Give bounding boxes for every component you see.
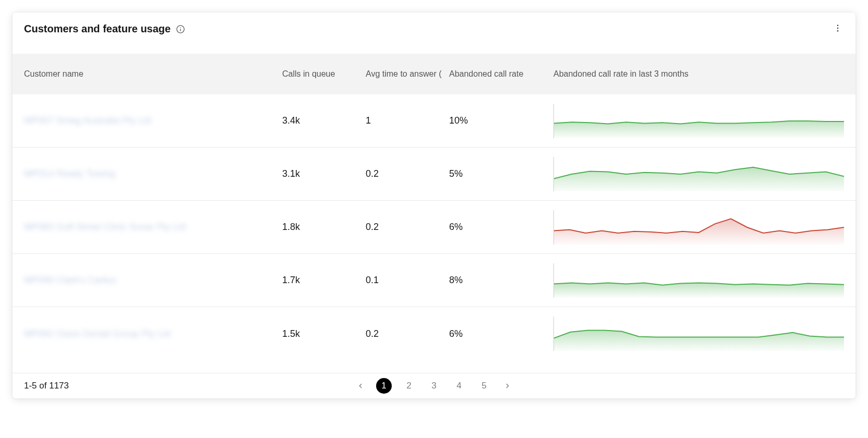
sparkline-cell: [553, 104, 844, 138]
sparkline-chart: [553, 317, 844, 351]
abandoned-rate-value: 8%: [449, 275, 553, 286]
sparkline-chart: [553, 104, 844, 138]
svg-point-5: [837, 30, 839, 32]
table-row: MP007 Smeg Australia Pty Ltd3.4k110%: [13, 94, 855, 148]
calls-in-queue-value: 1.7k: [282, 275, 366, 286]
table-header-row: Customer name Calls in queue Avg time to…: [13, 54, 855, 94]
table-row: MP014 Ready Towing3.1k0.25%: [13, 148, 855, 201]
page-button-1[interactable]: 1: [376, 378, 392, 394]
customer-name-link[interactable]: MP090 Clark's Carilus: [24, 275, 117, 285]
customer-name-link[interactable]: MP083 Gulf Street Clinic Suxar Pty Ltd: [24, 222, 186, 232]
info-icon[interactable]: [176, 25, 185, 34]
table-body: MP007 Smeg Australia Pty Ltd3.4k110%MP01…: [13, 94, 855, 373]
customers-feature-usage-card: Customers and feature usage Customer nam…: [13, 13, 855, 398]
column-header-sparkline[interactable]: Abandoned call rate in last 3 months: [553, 69, 844, 79]
page-button-4[interactable]: 4: [451, 378, 467, 394]
more-options-button[interactable]: [831, 22, 844, 34]
sparkline-chart: [553, 263, 844, 298]
calls-in-queue-value: 3.1k: [282, 168, 366, 179]
abandoned-rate-value: 6%: [449, 222, 553, 233]
sparkline-cell: [553, 210, 844, 245]
avg-time-value: 0.2: [366, 168, 449, 179]
column-header-abandoned-rate[interactable]: Abandoned call rate: [449, 69, 553, 79]
page-button-3[interactable]: 3: [426, 378, 442, 394]
sparkline-cell: [553, 157, 844, 191]
abandoned-rate-value: 5%: [449, 168, 553, 179]
customer-name-link[interactable]: MP092 Oasis Dental Group Pty Ltd: [24, 328, 171, 339]
sparkline-chart: [553, 157, 844, 191]
table-row: MP083 Gulf Street Clinic Suxar Pty Ltd1.…: [13, 201, 855, 254]
calls-in-queue-value: 1.5k: [282, 328, 366, 339]
card-header: Customers and feature usage: [13, 13, 855, 54]
sparkline-cell: [553, 263, 844, 298]
next-page-button[interactable]: [501, 380, 514, 392]
prev-page-button[interactable]: [354, 380, 367, 392]
svg-point-4: [837, 28, 839, 29]
pagination-range: 1-5 of 1173: [24, 381, 69, 391]
abandoned-rate-value: 10%: [449, 115, 553, 126]
avg-time-value: 1: [366, 115, 449, 126]
avg-time-value: 0.1: [366, 275, 449, 286]
svg-point-2: [180, 27, 181, 28]
column-header-avg-time[interactable]: Avg time to answer (: [366, 69, 449, 79]
page-button-5[interactable]: 5: [476, 378, 492, 394]
column-header-customer-name[interactable]: Customer name: [24, 69, 282, 79]
table-row: MP092 Oasis Dental Group Pty Ltd1.5k0.26…: [13, 307, 855, 360]
pagination: 12345: [354, 378, 514, 394]
calls-in-queue-value: 3.4k: [282, 115, 366, 126]
customer-name-link[interactable]: MP014 Ready Towing: [24, 168, 115, 179]
table-row: MP090 Clark's Carilus1.7k0.18%: [13, 254, 855, 307]
customer-name-link[interactable]: MP007 Smeg Australia Pty Ltd: [24, 115, 151, 126]
column-header-calls-in-queue[interactable]: Calls in queue: [282, 69, 366, 79]
avg-time-value: 0.2: [366, 222, 449, 233]
abandoned-rate-value: 6%: [449, 328, 553, 339]
card-title: Customers and feature usage: [24, 23, 171, 35]
sparkline-chart: [553, 210, 844, 245]
table-footer: 1-5 of 1173 12345: [13, 373, 855, 398]
calls-in-queue-value: 1.8k: [282, 222, 366, 233]
page-button-2[interactable]: 2: [401, 378, 417, 394]
avg-time-value: 0.2: [366, 328, 449, 339]
svg-point-3: [837, 25, 839, 26]
sparkline-cell: [553, 317, 844, 351]
